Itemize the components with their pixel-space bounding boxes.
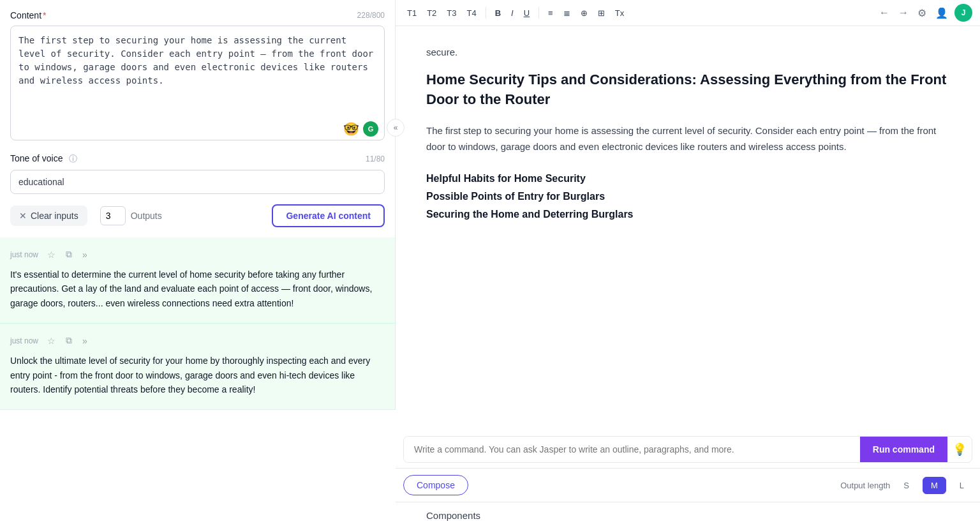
content-label: Content* bbox=[10, 10, 47, 20]
toolbar-link[interactable]: ⊕ bbox=[577, 6, 591, 20]
tone-label: Tone of voice ⓘ bbox=[10, 153, 77, 165]
output-text-1: It's essential to determine the current … bbox=[10, 267, 385, 310]
toolbar-table[interactable]: ⊞ bbox=[594, 6, 609, 20]
tone-char-count: 11/80 bbox=[366, 154, 385, 163]
output-item-1: just now ☆ ⧉ » It's essential to determi… bbox=[0, 237, 395, 324]
toolbar-clear-format[interactable]: Tx bbox=[611, 6, 628, 20]
output-length-group: Output length S M L bbox=[840, 477, 972, 494]
toolbar-list-2[interactable]: ≣ bbox=[560, 6, 574, 20]
length-m-button[interactable]: M bbox=[923, 477, 946, 494]
tone-info-icon: ⓘ bbox=[69, 154, 77, 163]
toolbar-italic[interactable]: I bbox=[507, 6, 517, 20]
bottom-bar: Compose Output length S M L bbox=[396, 468, 980, 502]
subheading-1: Helpful Habits for Home Security bbox=[426, 173, 949, 184]
article-body: The first step to securing your home is … bbox=[426, 123, 949, 155]
outputs-container: just now ☆ ⧉ » It's essential to determi… bbox=[0, 237, 395, 410]
outputs-control: Outputs bbox=[100, 206, 162, 225]
user-avatar: J bbox=[954, 4, 972, 22]
tone-field-header: Tone of voice ⓘ 11/80 bbox=[10, 153, 385, 165]
article-intro: secure. bbox=[426, 47, 949, 57]
output-time-2: just now bbox=[10, 336, 38, 345]
toolbar-user[interactable]: 👤 bbox=[933, 4, 951, 22]
toolbar-underline[interactable]: U bbox=[520, 6, 533, 20]
subheading-2: Possible Points of Entry for Burglars bbox=[426, 191, 949, 202]
content-textarea[interactable]: The first step to securing your home is … bbox=[10, 26, 385, 140]
panel-collapse-toggle[interactable]: « bbox=[387, 119, 405, 137]
toolbar-settings[interactable]: ⚙ bbox=[915, 4, 929, 22]
length-l-button[interactable]: L bbox=[951, 477, 972, 494]
toolbar-right: ← → ⚙ 👤 J bbox=[877, 4, 972, 22]
toolbar-divider-1 bbox=[486, 7, 486, 19]
output-time-1: just now bbox=[10, 250, 38, 259]
length-s-button[interactable]: S bbox=[895, 477, 917, 494]
toolbar-undo[interactable]: ← bbox=[877, 4, 892, 21]
toolbar-font-size-1[interactable]: T2 bbox=[423, 6, 440, 20]
output-meta-2: just now ☆ ⧉ » bbox=[10, 334, 385, 347]
left-panel: Content* 228/800 The first step to secur… bbox=[0, 0, 396, 410]
output-actions-1: ☆ ⧉ » bbox=[45, 248, 90, 261]
toolbar-bold[interactable]: B bbox=[491, 6, 505, 20]
components-label: Components bbox=[396, 502, 980, 526]
toolbar-font-family[interactable]: T1 bbox=[403, 6, 420, 20]
compose-button[interactable]: Compose bbox=[403, 475, 468, 495]
copy-button-2[interactable]: ⧉ bbox=[63, 334, 75, 347]
command-bar: Run command 💡 bbox=[403, 436, 972, 463]
lightbulb-icon[interactable]: 💡 bbox=[947, 437, 972, 462]
output-text-2: Unlock the ultimate level of security fo… bbox=[10, 354, 385, 396]
content-field-header: Content* 228/800 bbox=[10, 10, 385, 20]
editor-content[interactable]: secure. Home Security Tips and Considera… bbox=[396, 26, 980, 436]
content-char-count: 228/800 bbox=[357, 11, 385, 20]
outputs-label: Outputs bbox=[131, 211, 162, 221]
forward-button-1[interactable]: » bbox=[80, 248, 90, 261]
star-button-1[interactable]: ☆ bbox=[45, 248, 58, 261]
emoji-icon[interactable]: 🤓 bbox=[343, 121, 359, 137]
output-item-2: just now ☆ ⧉ » Unlock the ultimate level… bbox=[0, 324, 395, 410]
generate-ai-content-button[interactable]: Generate AI content bbox=[272, 204, 385, 227]
output-length-label: Output length bbox=[840, 481, 890, 490]
run-command-button[interactable]: Run command bbox=[860, 437, 947, 462]
article-title: Home Security Tips and Considerations: A… bbox=[426, 70, 949, 110]
star-button-2[interactable]: ☆ bbox=[45, 334, 58, 347]
forward-button-2[interactable]: » bbox=[80, 334, 90, 347]
editor-toolbar: T1 T2 T3 T4 B I U ≡ ≣ ⊕ ⊞ Tx ← → ⚙ 👤 J bbox=[396, 0, 980, 26]
grammarly-icon[interactable]: G bbox=[363, 121, 378, 137]
output-actions-2: ☆ ⧉ » bbox=[45, 334, 90, 347]
right-panel: T1 T2 T3 T4 B I U ≡ ≣ ⊕ ⊞ Tx ← → ⚙ 👤 J s… bbox=[396, 0, 980, 526]
toolbar-divider-2 bbox=[538, 7, 539, 19]
subheading-3: Securing the Home and Deterring Burglars bbox=[426, 209, 949, 220]
tone-section: Tone of voice ⓘ 11/80 bbox=[0, 143, 395, 194]
outputs-count-input[interactable] bbox=[100, 206, 126, 225]
action-bar: ✕ Clear inputs Outputs Generate AI conte… bbox=[0, 194, 395, 237]
toolbar-font-size-2[interactable]: T3 bbox=[443, 6, 460, 20]
content-section: Content* 228/800 The first step to secur… bbox=[0, 0, 395, 143]
content-textarea-wrapper: The first step to securing your home is … bbox=[10, 26, 385, 143]
components-section: Components bbox=[396, 502, 980, 526]
tone-input[interactable] bbox=[10, 170, 385, 194]
toolbar-list-1[interactable]: ≡ bbox=[544, 6, 557, 20]
textarea-icons: 🤓 G bbox=[343, 121, 378, 137]
toolbar-font-size-3[interactable]: T4 bbox=[463, 6, 480, 20]
toolbar-redo[interactable]: → bbox=[896, 4, 911, 21]
output-meta-1: just now ☆ ⧉ » bbox=[10, 248, 385, 261]
close-icon: ✕ bbox=[19, 211, 27, 221]
clear-inputs-button[interactable]: ✕ Clear inputs bbox=[10, 206, 87, 226]
article-subheadings: Helpful Habits for Home Security Possibl… bbox=[426, 173, 949, 220]
command-input[interactable] bbox=[404, 437, 860, 462]
copy-button-1[interactable]: ⧉ bbox=[63, 248, 75, 261]
